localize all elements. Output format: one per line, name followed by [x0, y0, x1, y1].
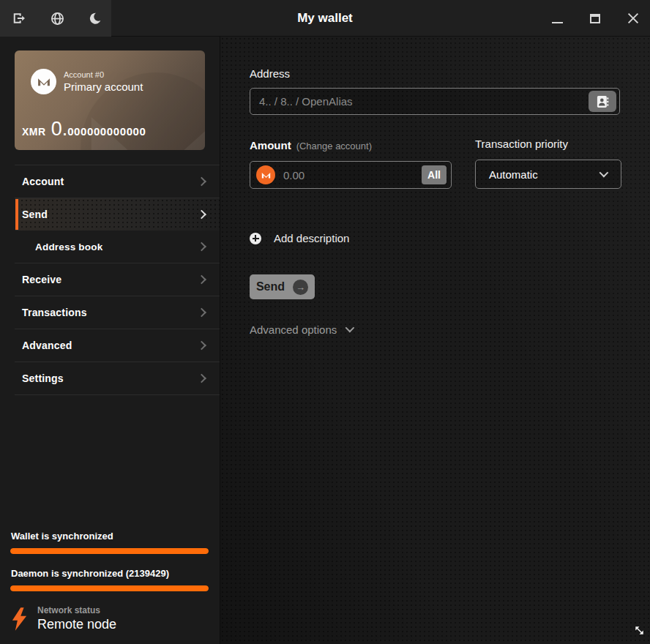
chevron-right-icon	[197, 177, 206, 187]
amount-field: All	[250, 161, 452, 189]
transaction-priority-label: Transaction priority	[475, 138, 568, 150]
wallet-sync-label: Wallet is synchronized	[11, 531, 220, 542]
amount-label: Amount	[250, 139, 291, 151]
send-button[interactable]: Send →	[250, 274, 315, 299]
address-input[interactable]	[250, 89, 589, 114]
add-description-button[interactable]: Add description	[250, 232, 349, 244]
address-label: Address	[250, 67, 290, 80]
account-card[interactable]: Account #0 Primary account XMR 0. 000000…	[15, 50, 205, 150]
account-name: Primary account	[64, 80, 143, 93]
balance-fraction: 000000000000	[67, 125, 146, 138]
chevron-right-icon	[197, 374, 206, 383]
globe-icon[interactable]	[49, 10, 65, 26]
sidebar-item-account[interactable]: Account	[0, 165, 220, 198]
sidebar-item-receive[interactable]: Receive	[0, 263, 220, 296]
chevron-right-icon	[197, 341, 206, 351]
chevron-right-icon	[197, 275, 206, 285]
moon-icon[interactable]	[87, 10, 103, 26]
chevron-down-icon	[345, 323, 355, 332]
balance: XMR 0. 000000000000	[22, 118, 146, 141]
sidebar-item-advanced[interactable]: Advanced	[0, 329, 220, 362]
logout-icon[interactable]	[11, 10, 27, 26]
chevron-right-icon	[197, 210, 206, 220]
monero-wallet-window: { "titlebar": { "title": "My wallet", "i…	[0, 0, 650, 644]
balance-whole: 0.	[51, 118, 68, 141]
close-icon[interactable]	[627, 12, 640, 25]
change-account-link[interactable]: (Change account)	[296, 141, 372, 151]
chevron-right-icon	[197, 242, 206, 252]
address-field	[250, 88, 620, 115]
amount-input[interactable]	[275, 162, 422, 188]
sync-status-panel: Wallet is synchronized Daemon is synchro…	[0, 531, 220, 644]
daemon-sync-progressbar	[10, 585, 209, 591]
send-page: Address Amount (Change account) All Tran…	[220, 37, 650, 644]
divider	[15, 394, 220, 395]
maximize-icon[interactable]	[589, 12, 602, 25]
all-button[interactable]: All	[422, 165, 447, 184]
address-book-button[interactable]	[589, 91, 616, 112]
advanced-options-toggle[interactable]: Advanced options	[250, 323, 352, 336]
chevron-down-icon	[599, 168, 609, 178]
chevron-right-icon	[197, 308, 206, 318]
monero-logo-icon	[31, 69, 56, 94]
account-info: Account #0 Primary account	[64, 70, 143, 93]
monero-coin-icon	[256, 165, 275, 184]
lightning-bolt-icon	[12, 607, 27, 631]
send-button-label: Send	[256, 280, 285, 293]
network-status[interactable]: Network status Remote node	[12, 605, 220, 632]
titlebar: My wallet	[0, 0, 650, 37]
plus-circle-icon	[250, 233, 261, 244]
sidebar-item-settings[interactable]: Settings	[0, 362, 220, 394]
sidebar-item-address-book[interactable]: Address book	[0, 231, 220, 263]
advanced-options-label: Advanced options	[250, 323, 337, 336]
sidebar: Account #0 Primary account XMR 0. 000000…	[0, 37, 220, 644]
account-index-label: Account #0	[64, 70, 143, 79]
balance-currency: XMR	[22, 126, 46, 138]
window-controls	[550, 0, 640, 37]
wallet-sync-progressbar	[10, 548, 209, 554]
priority-selected-value: Automatic	[489, 168, 538, 181]
arrow-right-circle-icon: →	[293, 280, 308, 295]
daemon-sync-label: Daemon is synchronized (2139429)	[11, 568, 220, 579]
sidebar-item-transactions[interactable]: Transactions	[0, 296, 220, 329]
transaction-priority-select[interactable]: Automatic	[475, 160, 621, 189]
add-description-label: Add description	[274, 232, 349, 244]
network-status-value: Remote node	[37, 617, 116, 632]
resize-grip-icon[interactable]	[634, 625, 645, 639]
sidebar-menu: Account Send Address book Receive Transa…	[0, 165, 220, 395]
network-status-label: Network status	[37, 605, 116, 615]
address-book-icon	[595, 94, 610, 109]
amount-label-row: Amount (Change account)	[250, 139, 372, 151]
minimize-icon[interactable]	[550, 12, 564, 25]
titlebar-left-section	[0, 0, 111, 37]
sidebar-item-send[interactable]: Send	[0, 198, 220, 231]
